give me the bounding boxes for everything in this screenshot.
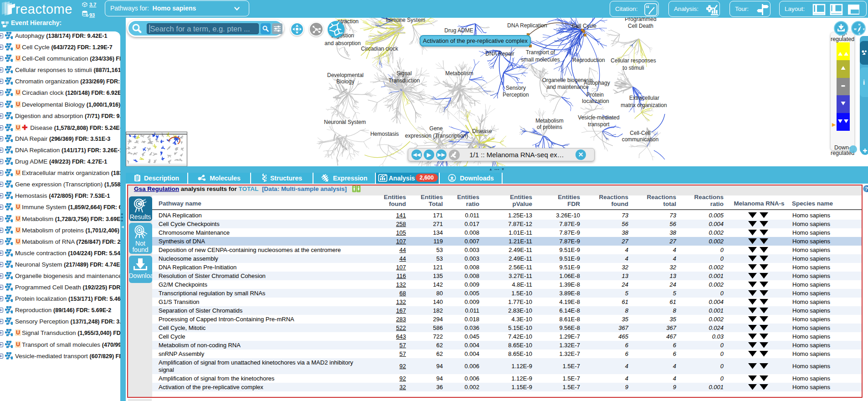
- svg-text:Cell-Cell: Cell-Cell: [630, 130, 650, 136]
- svg-text:E: E: [863, 28, 865, 31]
- svg-text:93: 93: [89, 12, 95, 18]
- svg-text:matrix organization: matrix organization: [621, 102, 667, 108]
- svg-text:Sensory: Sensory: [506, 85, 526, 91]
- svg-text:and absorption: and absorption: [324, 40, 360, 46]
- svg-text:Autophagy: Autophagy: [584, 80, 610, 86]
- svg-text:Cellular responses: Cellular responses: [611, 57, 656, 64]
- svg-text:Cell Cycle: Cell Cycle: [572, 23, 596, 29]
- svg-text:Signal: Signal: [396, 70, 411, 77]
- svg-text:Drug ADME: Drug ADME: [444, 27, 473, 34]
- svg-text:Transport of: Transport of: [526, 49, 555, 56]
- svg-text:Gene: Gene: [429, 125, 443, 132]
- svg-text:small molecules: small molecules: [521, 57, 560, 63]
- svg-text:expression (Transcription): expression (Transcription): [405, 133, 468, 139]
- svg-text:to stimuli: to stimuli: [622, 65, 644, 71]
- svg-text:Metabolism: Metabolism: [535, 118, 563, 124]
- svg-text:N: N: [858, 23, 860, 26]
- svg-text:DNA Repair: DNA Repair: [485, 51, 514, 57]
- svg-text:Hemostasis: Hemostasis: [370, 131, 399, 137]
- svg-text:localization: localization: [582, 98, 609, 104]
- svg-text:Immune System: Immune System: [386, 18, 426, 23]
- svg-text:Cell Death: Cell Death: [628, 23, 653, 29]
- svg-text:Developmental: Developmental: [327, 72, 364, 78]
- svg-text:Disease: Disease: [472, 128, 492, 134]
- svg-text:Perception: Perception: [503, 92, 529, 98]
- svg-text:Programmed: Programmed: [625, 18, 656, 22]
- svg-text:Neuronal System: Neuronal System: [324, 119, 366, 125]
- svg-text:reactome: reactome: [15, 2, 72, 16]
- svg-text:“: “: [646, 4, 650, 13]
- svg-text:S: S: [858, 32, 860, 35]
- svg-text:Vesicle-mediated: Vesicle-mediated: [578, 114, 619, 121]
- svg-text:?: ?: [865, 186, 868, 191]
- svg-text:Metabolism: Metabolism: [445, 70, 473, 77]
- svg-text:Extracellular: Extracellular: [629, 95, 659, 101]
- svg-text:Protein: Protein: [586, 92, 604, 98]
- svg-text:Reproduction: Reproduction: [572, 57, 605, 63]
- svg-text:W: W: [854, 28, 857, 31]
- svg-text:communication: communication: [622, 136, 659, 143]
- svg-text:Biology: Biology: [336, 78, 354, 85]
- svg-text:transport: transport: [588, 121, 610, 128]
- svg-text:Circadian clock: Circadian clock: [361, 46, 398, 52]
- svg-text:3.7: 3.7: [89, 2, 96, 7]
- svg-text:Transduction: Transduction: [389, 77, 420, 84]
- svg-text:of proteins: of proteins: [537, 124, 562, 130]
- svg-text:and maintenance: and maintenance: [547, 84, 589, 90]
- svg-text:DNA Replication: DNA Replication: [507, 22, 547, 29]
